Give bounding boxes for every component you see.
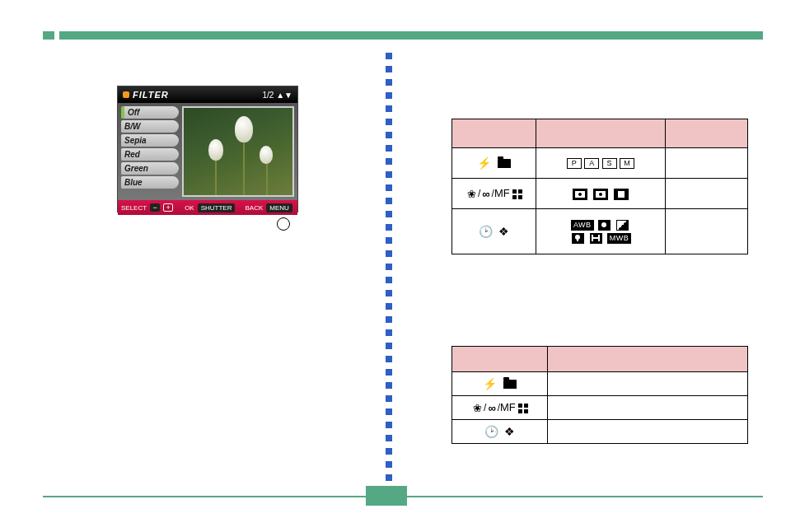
lcd-menu-item: Off [121,106,179,119]
row-value-cell [548,396,748,420]
folder-icon [503,380,517,389]
table-row: ❀/∞/MF [452,179,748,209]
lcd-pager: 1/2 ▲▼ [263,91,292,100]
lcd-header: FILTER 1/2 ▲▼ [118,86,297,103]
lcd-menu-item: Sepia [121,134,179,147]
row-note-cell [666,209,748,254]
lcd-title: FILTER [133,90,169,100]
row-value-cell [548,372,748,396]
metering-center-icon [593,189,608,200]
lcd-footer: SELECT − + OK SHUTTER BACK MENU [118,200,297,215]
table-row: ⚡ P A S M [452,148,748,179]
minus-icon: − [150,203,160,212]
table-header-cell [548,347,748,372]
orange-dot-icon [123,91,129,98]
footer-back-label: BACK [245,204,263,212]
settings-table-1: ⚡ P A S M ❀/∞/MF 🕑 ❖ AWB [451,119,748,254]
wb-shade-icon [616,220,629,231]
row-key-cell: ⚡ [452,148,536,179]
footer-select-label: SELECT [121,204,147,212]
row-note-cell [666,179,748,209]
column-divider [386,53,392,483]
mode-a-icon: A [584,158,599,169]
diamond-icon: ❖ [504,425,515,438]
row-note-cell [666,148,748,179]
multi-icon [518,404,528,413]
wb-fluorescent-icon [590,233,602,244]
row-key-cell: ❀/∞/MF [452,396,548,420]
mode-p-icon: P [567,158,582,169]
lcd-menu-item: Blue [121,176,179,189]
footer-ok-label: OK [185,204,194,212]
wb-incandescent-icon [572,233,584,244]
row-value-cell [548,420,748,444]
camera-lcd-screenshot: FILTER 1/2 ▲▼ Off B/W Sepia Red Green Bl… [117,86,298,212]
row-key-cell: ❀/∞/MF [452,179,536,209]
lcd-menu: Off B/W Sepia Red Green Blue [121,106,179,197]
table-header-cell [666,119,748,148]
mode-s-icon: S [602,158,617,169]
mf-label: MF [500,401,516,413]
shutter-button-label: SHUTTER [198,203,236,212]
lcd-menu-item: B/W [121,120,179,133]
table-row: ⚡ [452,372,748,396]
metering-matrix-icon [573,189,587,200]
mode-m-icon: M [620,158,634,169]
macro-icon: ❀ [467,188,476,200]
multi-icon [512,189,522,199]
top-accent-bar [43,31,763,40]
table-row: 🕑 ❖ [452,420,748,444]
table-header-row [452,119,748,148]
metering-spot-icon [614,189,629,200]
menu-button-label: MENU [266,203,292,212]
infinity-icon: ∞ [488,402,495,414]
infinity-icon: ∞ [482,188,489,200]
row-key-cell: ⚡ [452,372,548,396]
flash-icon: ⚡ [483,377,497,390]
circle-marker-icon [277,217,290,231]
flash-icon: ⚡ [477,156,491,170]
row-key-cell: 🕑 ❖ [452,420,548,444]
table-row: ❀/∞/MF [452,396,748,420]
row-value-cell: P A S M [536,148,665,179]
lcd-preview-image [182,106,294,197]
wb-daylight-icon [598,220,611,231]
timer-icon: 🕑 [479,225,493,238]
table-header-cell [452,347,548,372]
folder-icon [498,159,511,168]
row-value-cell [536,179,665,209]
row-key-cell: 🕑 ❖ [452,209,536,254]
macro-icon: ❀ [473,402,482,414]
diamond-icon: ❖ [498,225,509,238]
table-header-cell [452,119,536,148]
table-header-cell [536,119,665,148]
mwb-icon: MWB [607,233,632,244]
mf-label: MF [494,187,510,199]
row-value-cell: AWB MWB [536,209,665,254]
table-header-row [452,347,748,372]
lcd-menu-item: Green [121,162,179,175]
lcd-body: Off B/W Sepia Red Green Blue [118,103,297,200]
table-row: 🕑 ❖ AWB MWB [452,209,748,254]
settings-table-2: ⚡ ❀/∞/MF 🕑 ❖ [451,346,748,444]
page-number-badge [366,486,407,506]
plus-icon: + [163,203,173,212]
timer-icon: 🕑 [484,425,498,438]
awb-icon: AWB [571,220,594,231]
lcd-menu-item: Red [121,148,179,161]
